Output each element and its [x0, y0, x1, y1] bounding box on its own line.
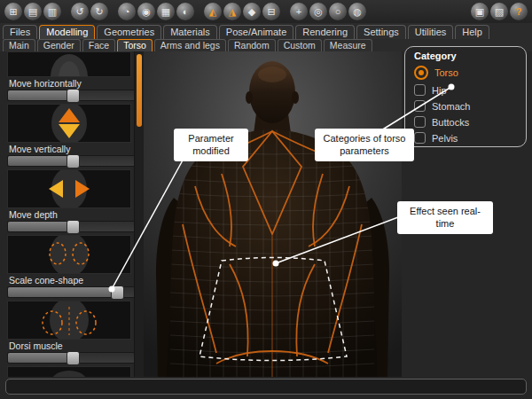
- symmetry-right-icon[interactable]: ◮: [223, 3, 241, 20]
- category-option-label: Pelvis: [432, 133, 458, 144]
- slider-fill: [8, 90, 72, 100]
- slider-fill: [8, 222, 72, 231]
- slider-handle[interactable]: [66, 89, 80, 103]
- slider-thumbnail-scale-cone-shape: [7, 235, 131, 274]
- parameter-panel: Move horizontally Move vertically Move d…: [0, 51, 145, 377]
- annotation-effect-realtime: Effect seen real-time: [397, 201, 493, 234]
- redo-icon[interactable]: ↻: [90, 3, 108, 20]
- slider-dorsi-muscle[interactable]: [7, 352, 137, 364]
- slider-move-depth[interactable]: [7, 221, 137, 232]
- new-icon[interactable]: ⊞: [4, 3, 22, 20]
- save-icon[interactable]: ▥: [43, 3, 61, 20]
- category-option-label: Torso: [434, 67, 458, 78]
- sub-tab-torso[interactable]: Torso: [117, 39, 153, 51]
- slider-label: Move vertically: [9, 144, 144, 154]
- category-option-stomach[interactable]: Stomach: [414, 100, 526, 112]
- sub-tab-gender[interactable]: Gender: [37, 39, 81, 51]
- slider-fill: [8, 353, 72, 363]
- slider-move-horizontally[interactable]: [7, 90, 137, 101]
- radio-unselected-icon[interactable]: [414, 116, 426, 128]
- viewport-3d[interactable]: [144, 51, 402, 377]
- toolbar: ⊞ ▤ ▥ ↺ ↻ ◔ ◉ ▦ ◐ ◭ ◮ ◆ ⊟ + ◎ ○ ◍ ▣ ▨ ?: [0, 0, 532, 24]
- category-option-hip[interactable]: Hip: [414, 84, 526, 96]
- load-icon[interactable]: ▤: [24, 3, 42, 20]
- grid-icon[interactable]: ⊟: [262, 3, 280, 20]
- radio-unselected-icon[interactable]: [414, 132, 426, 144]
- slider-label: Move depth: [9, 209, 144, 220]
- slider-handle[interactable]: [66, 154, 80, 168]
- radio-selected-icon[interactable]: [414, 66, 428, 80]
- category-option-pelvis[interactable]: Pelvis: [414, 132, 526, 144]
- move-icon[interactable]: +: [290, 3, 308, 20]
- category-option-torso[interactable]: Torso: [414, 66, 526, 80]
- render-icon[interactable]: ▨: [490, 3, 508, 20]
- slider-handle[interactable]: [66, 351, 80, 365]
- globe-icon[interactable]: ◔: [118, 3, 136, 20]
- slider-thumbnail-move-horizontally: [7, 51, 131, 77]
- sub-tab-arms-and-legs[interactable]: Arms and legs: [154, 39, 226, 51]
- slider-handle[interactable]: [111, 286, 124, 300]
- makehuman-window: ⊞ ▤ ▥ ↺ ↻ ◔ ◉ ▦ ◐ ◭ ◮ ◆ ⊟ + ◎ ○ ◍ ▣ ▨ ? …: [0, 0, 532, 399]
- menu-tab-geometries[interactable]: Geometries: [97, 25, 161, 39]
- category-panel: Category Torso Hip Stomach Buttocks Pelv…: [404, 46, 527, 147]
- symmetry-left-icon[interactable]: ◭: [204, 3, 222, 20]
- undo-icon[interactable]: ↺: [71, 3, 89, 20]
- category-option-label: Buttocks: [432, 117, 469, 128]
- menu-tab-files[interactable]: Files: [3, 25, 37, 39]
- sub-tab-face[interactable]: Face: [82, 39, 115, 51]
- status-bar: [5, 379, 527, 395]
- annotation-parameter-modified: Parameter modified: [174, 129, 248, 161]
- menu-tab-modelling[interactable]: Modelling: [39, 25, 95, 39]
- help-icon[interactable]: ?: [510, 3, 528, 20]
- status-strip: [0, 377, 532, 399]
- menu-tab-bar: Files Modelling Geometries Materials Pos…: [0, 23, 532, 40]
- menu-tab-materials[interactable]: Materials: [163, 25, 217, 39]
- menu-tab-pose-animate[interactable]: Pose/Animate: [219, 25, 293, 39]
- category-option-buttocks[interactable]: Buttocks: [414, 116, 526, 128]
- mirror-icon[interactable]: ◆: [243, 3, 261, 20]
- menu-tab-utilities[interactable]: Utilities: [408, 25, 453, 39]
- menu-tab-settings[interactable]: Settings: [356, 25, 406, 39]
- annotation-categories: Categories of torso parameters: [315, 129, 414, 161]
- category-title: Category: [414, 51, 526, 61]
- category-option-label: Stomach: [432, 101, 470, 112]
- category-option-label: Hip: [432, 85, 447, 96]
- left-panel-scrollbar[interactable]: [134, 51, 144, 377]
- menu-tab-rendering[interactable]: Rendering: [295, 25, 355, 39]
- slider-fill: [8, 287, 116, 297]
- mesh-sphere-icon[interactable]: ◉: [137, 3, 155, 20]
- radio-unselected-icon[interactable]: [414, 100, 426, 112]
- slider-label: Scale cone-shape: [9, 275, 144, 286]
- sub-tab-random[interactable]: Random: [228, 39, 276, 51]
- human-model-back-view: [144, 51, 402, 377]
- slider-handle[interactable]: [66, 220, 80, 234]
- slider-label: Dorsi muscle: [9, 340, 144, 351]
- slider-label: Move horizontally: [9, 78, 144, 89]
- radio-unselected-icon[interactable]: [414, 84, 426, 96]
- menu-tab-help[interactable]: Help: [455, 25, 489, 39]
- scrollbar-handle[interactable]: [137, 54, 142, 127]
- slider-thumbnail-move-depth: [7, 169, 131, 208]
- zoom-icon[interactable]: ◍: [348, 3, 366, 20]
- snapshot-icon[interactable]: ▣: [471, 3, 489, 20]
- slider-scale-cone-shape[interactable]: [7, 286, 137, 298]
- rotate-icon[interactable]: ◎: [309, 3, 327, 20]
- sub-tab-measure[interactable]: Measure: [324, 39, 372, 51]
- slider-thumbnail-move-vertically: [7, 104, 131, 143]
- slider-thumbnail-dorsi-muscle: [7, 301, 131, 340]
- wireframe-icon[interactable]: ▦: [157, 3, 175, 20]
- sub-tab-main[interactable]: Main: [3, 39, 35, 51]
- slider-move-vertically[interactable]: [7, 155, 137, 167]
- sub-tab-custom[interactable]: Custom: [278, 39, 322, 51]
- reset-camera-icon[interactable]: ○: [329, 3, 347, 20]
- slider-thumbnail-next: [7, 366, 131, 377]
- slider-fill: [8, 156, 72, 166]
- smooth-shading-icon[interactable]: ◐: [176, 3, 194, 20]
